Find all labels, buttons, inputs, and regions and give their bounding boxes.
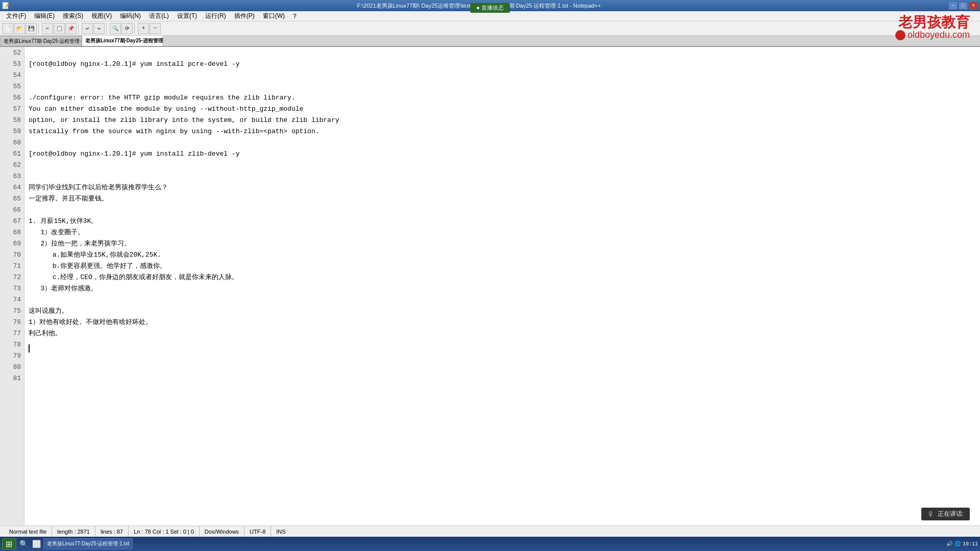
- line-number: 62: [0, 159, 24, 170]
- menubar-item[interactable]: 文件(F): [2, 11, 30, 21]
- line-number: 66: [0, 204, 24, 215]
- code-line: c.经理，CEO，你身边的朋友或者好朋友，就是你未来的人脉。: [29, 271, 976, 283]
- zoom-in-button[interactable]: +: [138, 23, 149, 34]
- tray-sound-icon: 🔊: [946, 541, 952, 547]
- undo-button[interactable]: ↩: [82, 23, 93, 34]
- line-number: 63: [0, 170, 24, 182]
- menubar-item[interactable]: 视图(V): [87, 11, 116, 21]
- line-number: 69: [0, 238, 24, 249]
- speaking-label: 正在讲话:: [938, 510, 964, 518]
- tab-1[interactable]: 老男孩Linux77期·Day25·进程管理·一.txt×: [82, 36, 163, 46]
- task-view-icon[interactable]: ⬜: [31, 538, 42, 549]
- statusbar: Normal text file length : 2871 lines : 8…: [0, 525, 980, 537]
- line-number: 59: [0, 126, 24, 137]
- cursor-status: Ln : 78 Col : 1 Sel : 0 | 0: [129, 526, 200, 537]
- cursor-label: Ln : 78 Col : 1 Sel : 0 | 0: [134, 529, 194, 535]
- file-type-status: Normal text file: [4, 526, 52, 537]
- code-line: [29, 159, 976, 170]
- taskbar: ⊞ 🔍 ⬜ 老男孩Linux77·Day25·运程管理·1.txt 🔊 🌐 10…: [0, 537, 980, 551]
- paste-button[interactable]: 📌: [65, 23, 77, 34]
- menubar-item[interactable]: 窗口(W): [259, 11, 289, 21]
- code-line: 3）老师对你感激。: [29, 283, 976, 294]
- menubar-item[interactable]: 设置(T): [173, 11, 201, 21]
- tab-0[interactable]: 老男孩Linux77期·Day25·运程管理·1×: [0, 36, 82, 46]
- cut-button[interactable]: ✂: [42, 23, 53, 34]
- save-button[interactable]: 💾: [26, 23, 37, 34]
- copy-button[interactable]: 📋: [54, 23, 65, 34]
- maximize-button[interactable]: □: [959, 2, 968, 10]
- code-line: option, or install the zlib library into…: [29, 114, 976, 126]
- line-number: 68: [0, 227, 24, 238]
- line-numbers: 5253545556575859606162636465666768697071…: [0, 47, 24, 540]
- line-ending-label: Dos/Windows: [205, 529, 239, 535]
- new-button[interactable]: 📄: [2, 23, 13, 34]
- replace-button[interactable]: ⟳: [121, 23, 133, 34]
- line-number: 67: [0, 215, 24, 227]
- sep3: [106, 23, 108, 34]
- menubar-item[interactable]: 编辑(E): [30, 11, 59, 21]
- speaking-badge: 🎙 正在讲话:: [921, 508, 970, 520]
- ins-status: INS: [271, 526, 290, 537]
- line-number: 76: [0, 316, 24, 328]
- microphone-icon: 🎙: [927, 510, 935, 518]
- code-line: b.你更容易更强。他学好了，感激你。: [29, 260, 976, 271]
- app-taskbar-notepad[interactable]: 老男孩Linux77·Day25·运程管理·1.txt: [43, 538, 133, 549]
- menubar-item[interactable]: ?: [289, 11, 301, 21]
- search-taskbar-icon[interactable]: 🔍: [18, 538, 29, 549]
- code-line: [root@oldboy nginx-1.20.1]# yum install …: [29, 148, 976, 159]
- redo-button[interactable]: ↪: [93, 23, 105, 34]
- code-line: [29, 69, 976, 81]
- line-number: 57: [0, 103, 24, 114]
- line-number: 73: [0, 283, 24, 294]
- code-line: [29, 350, 976, 361]
- line-number: 55: [0, 81, 24, 92]
- code-line: [29, 137, 976, 148]
- toolbar: 📄 📂 💾 ✂ 📋 📌 ↩ ↪ 🔍 ⟳ + −: [0, 21, 980, 36]
- line-number: 79: [0, 350, 24, 361]
- lines-label: lines : 87: [101, 529, 123, 535]
- line-number: 70: [0, 249, 24, 260]
- recording-label: ● 直播状态: [476, 5, 504, 11]
- line-number: 64: [0, 182, 24, 193]
- minimize-button[interactable]: −: [948, 2, 958, 10]
- editor-content[interactable]: [root@oldboy nginx-1.20.1]# yum install …: [24, 47, 980, 540]
- start-button[interactable]: ⊞: [2, 538, 16, 549]
- code-line: 1. 月薪15K,伙伴3K。: [29, 215, 976, 227]
- line-number: 77: [0, 328, 24, 339]
- code-line: 利己利他。: [29, 328, 976, 339]
- menubar-item[interactable]: 语言(L): [145, 11, 173, 21]
- close-button[interactable]: ×: [969, 2, 978, 10]
- menubar-item[interactable]: 插件(P): [230, 11, 259, 21]
- file-type-label: Normal text file: [9, 529, 46, 535]
- line-number: 81: [0, 372, 24, 384]
- zoom-out-button[interactable]: −: [150, 23, 161, 34]
- line-number: 65: [0, 193, 24, 204]
- code-line: statically from the source with nginx by…: [29, 126, 976, 137]
- line-number: 75: [0, 305, 24, 316]
- menubar-item[interactable]: 运行(R): [201, 11, 230, 21]
- sep2: [78, 23, 80, 34]
- watermark: 老男孩教育 oldboyedu.com: [895, 15, 970, 40]
- code-line: ./configure: error: the HTTP gzip module…: [29, 92, 976, 103]
- menubar-item[interactable]: 编码(N): [116, 11, 145, 21]
- find-button[interactable]: 🔍: [110, 23, 121, 34]
- menubar-item[interactable]: 搜索(S): [59, 11, 87, 21]
- line-number: 74: [0, 294, 24, 305]
- sep1: [38, 23, 40, 34]
- brand-name-cn: 老男孩教育: [895, 15, 970, 30]
- code-line: a.如果他毕业15K,你就会20K,25K.: [29, 249, 976, 260]
- length-label: length : 2871: [57, 529, 90, 535]
- window-controls: − □ ×: [948, 2, 978, 10]
- code-line: 1）改变圈子。: [29, 227, 976, 238]
- line-number: 52: [0, 47, 24, 58]
- code-line: [29, 170, 976, 182]
- line-number: 80: [0, 361, 24, 372]
- code-line: [29, 81, 976, 92]
- editor-area: 5253545556575859606162636465666768697071…: [0, 47, 980, 540]
- line-number: 58: [0, 114, 24, 126]
- line-number: 61: [0, 148, 24, 159]
- line-number: 78: [0, 339, 24, 350]
- brand-name-en: oldboyedu.com: [908, 30, 970, 40]
- code-line: 一定推荐。并且不能要钱。: [29, 193, 976, 204]
- open-button[interactable]: 📂: [14, 23, 25, 34]
